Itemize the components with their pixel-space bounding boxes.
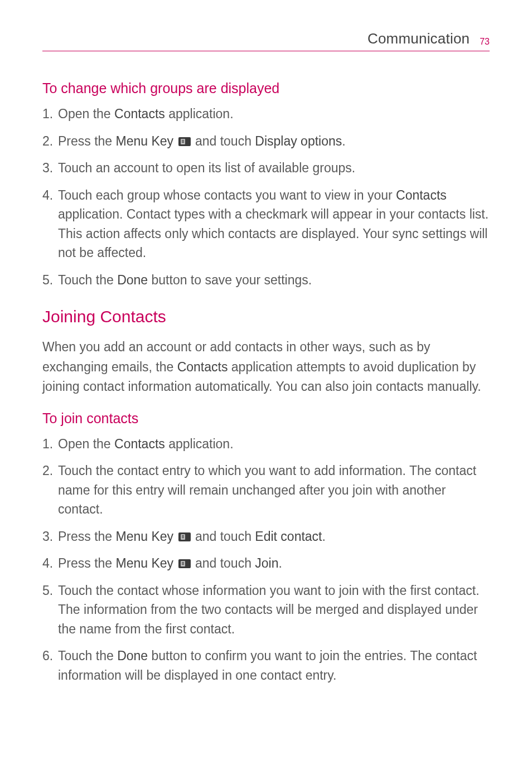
step-number: 4. xyxy=(42,186,53,205)
step-number: 2. xyxy=(42,461,53,481)
step-text: . xyxy=(342,134,345,148)
menu-key-icon xyxy=(178,559,191,568)
step-text: . xyxy=(322,529,326,544)
step-text: application. xyxy=(165,106,234,121)
menu-key-icon xyxy=(178,137,191,146)
bold-term: Done xyxy=(117,648,148,663)
step-text: Open the xyxy=(58,437,114,451)
list-item: 2. Press the Menu Key and touch Display … xyxy=(42,132,490,151)
intro-paragraph: When you add an account or add contacts … xyxy=(42,337,490,397)
step-text: application. xyxy=(165,437,234,451)
step-number: 1. xyxy=(42,434,53,454)
bold-term: Menu Key xyxy=(116,134,174,148)
step-number: 4. xyxy=(42,554,53,573)
list-item: 2. Touch the contact entry to which you … xyxy=(42,461,490,519)
bold-term: Edit contact xyxy=(255,529,322,544)
step-number: 5. xyxy=(42,581,53,601)
bold-term: Contacts xyxy=(177,360,228,374)
bold-term: Menu Key xyxy=(116,529,174,544)
step-text: and touch xyxy=(192,556,255,570)
step-text: Press the xyxy=(58,134,116,148)
step-number: 3. xyxy=(42,158,53,178)
bold-term: Join xyxy=(255,556,278,570)
step-number: 3. xyxy=(42,527,53,546)
steps-list-join: 1. Open the Contacts application. 2. Tou… xyxy=(42,434,490,685)
header-title: Communication xyxy=(367,30,470,47)
bold-term: Done xyxy=(117,273,148,287)
step-number: 6. xyxy=(42,646,53,666)
step-text: and touch xyxy=(192,529,255,544)
section-heading-join-contacts: To join contacts xyxy=(42,410,490,427)
menu-key-icon xyxy=(178,532,191,541)
step-text: Touch the xyxy=(58,273,117,287)
step-text: Press the xyxy=(58,529,116,544)
document-page: Communication 73 To change which groups … xyxy=(0,0,532,726)
list-item: 3. Press the Menu Key and touch Edit con… xyxy=(42,527,490,546)
step-text: Touch the xyxy=(58,648,117,663)
list-item: 6. Touch the Done button to confirm you … xyxy=(42,646,490,685)
step-text: Touch the contact entry to which you wan… xyxy=(58,463,476,516)
section-heading-groups: To change which groups are displayed xyxy=(42,80,490,96)
list-item: 5. Touch the Done button to save your se… xyxy=(42,270,490,290)
bold-term: Contacts xyxy=(114,437,165,451)
list-item: 4. Touch each group whose contacts you w… xyxy=(42,186,490,263)
list-item: 3. Touch an account to open its list of … xyxy=(42,158,490,178)
step-text: Press the xyxy=(58,556,116,570)
step-text: Open the xyxy=(58,106,114,121)
list-item: 1. Open the Contacts application. xyxy=(42,104,490,124)
list-item: 1. Open the Contacts application. xyxy=(42,434,490,454)
list-item: 5. Touch the contact whose information y… xyxy=(42,581,490,639)
bold-term: Contacts xyxy=(114,106,165,121)
page-number: 73 xyxy=(480,37,490,47)
steps-list-groups: 1. Open the Contacts application. 2. Pre… xyxy=(42,104,490,289)
step-text: application. Contact types with a checkm… xyxy=(58,207,489,260)
step-text: Touch each group whose contacts you want… xyxy=(58,188,396,202)
step-number: 1. xyxy=(42,104,53,124)
step-number: 5. xyxy=(42,270,53,290)
step-number: 2. xyxy=(42,132,53,151)
step-text: Touch the contact whose information you … xyxy=(58,583,480,636)
step-text: Touch an account to open its list of ava… xyxy=(58,161,355,175)
bold-term: Display options xyxy=(255,134,342,148)
section-heading-joining: Joining Contacts xyxy=(42,307,490,326)
step-text: and touch xyxy=(192,134,255,148)
bold-term: Menu Key xyxy=(116,556,174,570)
list-item: 4. Press the Menu Key and touch Join. xyxy=(42,554,490,573)
bold-term: Contacts xyxy=(396,188,447,202)
step-text: button to save your settings. xyxy=(148,273,312,287)
step-text: . xyxy=(279,556,282,570)
page-header: Communication 73 xyxy=(42,30,490,51)
